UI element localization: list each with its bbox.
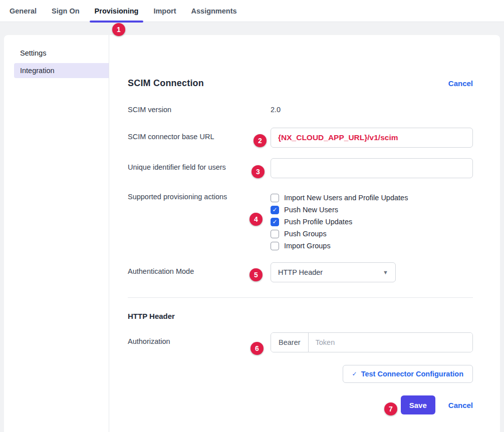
provisioning-actions-label: Supported provisioning actions — [128, 192, 271, 252]
http-header-section-title: HTTP Header — [128, 312, 473, 320]
test-connector-label: Test Connector Configuration — [361, 370, 463, 378]
tab-assignments[interactable]: Assignments — [184, 0, 244, 22]
step-badge-3: 3 — [251, 165, 265, 178]
base-url-input[interactable] — [271, 128, 473, 148]
checkbox-row-import-groups[interactable]: Import Groups — [271, 240, 473, 252]
checkbox-label: Push Profile Updates — [284, 218, 352, 226]
cancel-link-bottom[interactable]: Cancel — [448, 401, 473, 409]
authorization-input-group: Bearer — [271, 332, 473, 352]
step-badge-2: 2 — [254, 134, 267, 147]
auth-mode-select[interactable]: HTTP Header ▼ — [271, 262, 396, 282]
scim-version-value: 2.0 — [271, 106, 473, 114]
test-connector-button[interactable]: ✓ Test Connector Configuration — [343, 365, 473, 383]
check-icon: ✓ — [352, 370, 357, 377]
sidebar-header-settings: Settings — [4, 49, 109, 63]
save-button[interactable]: Save — [401, 395, 435, 414]
tab-general[interactable]: General — [2, 0, 44, 22]
scim-version-label: SCIM version — [128, 106, 271, 114]
unique-id-input[interactable] — [271, 158, 473, 178]
authorization-label: Authorization — [128, 332, 271, 352]
step-badge-1: 1 — [112, 23, 125, 36]
step-badge-7: 7 — [384, 402, 397, 415]
cancel-link-top[interactable]: Cancel — [448, 79, 473, 88]
page: General Sign On Provisioning Import Assi… — [0, 0, 504, 432]
auth-mode-label: Authentication Mode — [128, 262, 271, 282]
sidebar-item-integration[interactable]: Integration — [14, 63, 109, 78]
provisioning-card: Settings Integration SCIM Connection Can… — [4, 35, 500, 432]
checkbox-label: Import Groups — [284, 242, 331, 250]
checkbox-import-groups[interactable] — [271, 242, 279, 250]
auth-mode-selected-value: HTTP Header — [278, 268, 323, 276]
unique-id-label: Unique identifier field for users — [128, 158, 271, 178]
tab-import[interactable]: Import — [146, 0, 183, 22]
checkbox-push-new-users[interactable] — [271, 206, 279, 214]
token-input[interactable] — [309, 333, 472, 352]
step-badge-6: 6 — [250, 342, 264, 355]
checkbox-row-push-groups[interactable]: Push Groups — [271, 228, 473, 240]
step-badge-5: 5 — [249, 268, 263, 281]
settings-sidebar: Settings Integration — [4, 35, 109, 432]
base-url-label: SCIM connector base URL — [128, 128, 271, 148]
checkbox-label: Push Groups — [284, 230, 327, 238]
page-title: SCIM Connection — [128, 78, 204, 89]
scim-connection-form: SCIM Connection Cancel SCIM version 2.0 … — [109, 35, 500, 432]
checkbox-push-profile-updates[interactable] — [271, 218, 279, 226]
tab-provisioning[interactable]: Provisioning — [87, 0, 146, 22]
app-tab-bar: General Sign On Provisioning Import Assi… — [0, 0, 504, 22]
step-badge-4: 4 — [249, 213, 263, 226]
section-divider — [128, 297, 473, 298]
checkbox-push-groups[interactable] — [271, 230, 279, 238]
checkbox-label: Import New Users and Profile Updates — [284, 194, 408, 202]
checkbox-row-import-new-users[interactable]: Import New Users and Profile Updates — [271, 192, 473, 204]
checkbox-row-push-new-users[interactable]: Push New Users — [271, 204, 473, 216]
bearer-prefix: Bearer — [271, 333, 309, 352]
checkbox-import-new-users[interactable] — [271, 194, 279, 202]
chevron-down-icon: ▼ — [383, 269, 388, 275]
checkbox-label: Push New Users — [284, 206, 338, 214]
provisioning-actions-group: Import New Users and Profile Updates Pus… — [271, 192, 473, 252]
tab-sign-on[interactable]: Sign On — [44, 0, 87, 22]
checkbox-row-push-profile-updates[interactable]: Push Profile Updates — [271, 216, 473, 228]
